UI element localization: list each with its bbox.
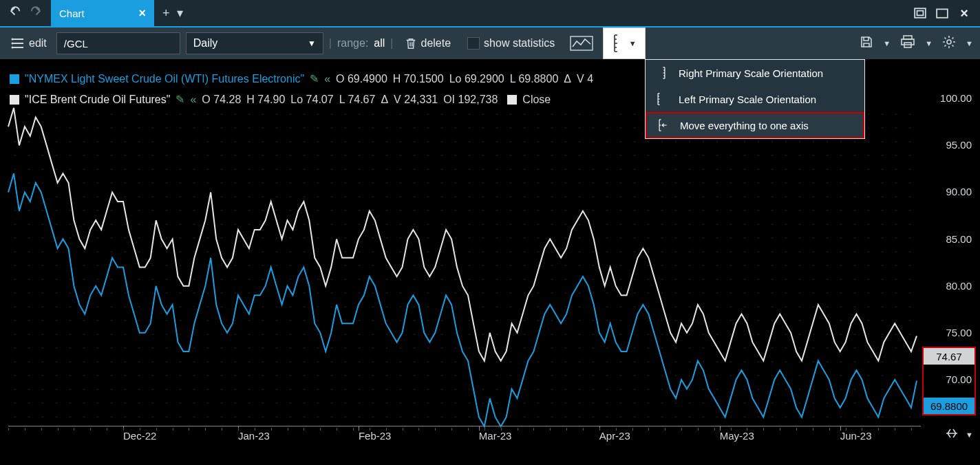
edit-button[interactable]: edit [7,34,51,53]
svg-point-3 [12,39,14,41]
y-tick-label: 90.00 [946,186,972,197]
y-tick-label: 100.00 [940,92,972,104]
symbol-input[interactable] [56,32,180,54]
add-tab-icon[interactable]: + [162,6,170,21]
delete-label: delete [421,37,451,50]
svg-rect-8 [902,39,914,45]
scale-dropdown-menu: Right Primary Scale Orientation Left Pri… [645,59,865,139]
chevron-down-icon[interactable]: ▼ [966,431,973,439]
chevron-down-icon: ▼ [308,39,316,48]
layout-icon[interactable] [914,7,926,19]
range-label: range: [337,37,368,50]
chevron-down-icon: ▼ [629,39,637,47]
svg-point-10 [947,40,951,44]
chevron-down-icon[interactable]: ▼ [883,39,891,47]
y-tick-label: 85.00 [946,233,972,245]
edit-label: edit [29,37,47,50]
range-value[interactable]: all [374,37,385,50]
menu-item-label: Right Primary Scale Orientation [679,67,823,79]
x-tick-label: Feb-23 [359,430,392,442]
menu-item-left-scale[interactable]: Left Primary Scale Orientation [646,86,864,112]
window-close-icon[interactable]: × [958,7,970,19]
y-tick-label: 75.00 [946,327,972,338]
menu-item-move-one-axis[interactable]: Move everything to one axis [646,112,864,138]
fit-axis-icon[interactable] [945,427,959,442]
menu-item-label: Move everything to one axis [680,120,809,131]
tab-chart[interactable]: Chart × [51,0,154,26]
forward-icon[interactable] [29,6,41,21]
svg-rect-2 [937,9,948,17]
close-icon[interactable]: × [138,6,146,21]
chevron-down-icon[interactable]: ▼ [925,39,933,47]
series-line [8,173,917,426]
svg-rect-1 [917,11,924,16]
maximize-icon[interactable] [936,7,948,19]
svg-point-5 [12,47,14,49]
y-tick-label: 95.00 [946,139,972,151]
scale-orientation-combo[interactable]: ▼ [603,28,646,59]
menu-item-label: Left Primary Scale Orientation [679,94,816,105]
svg-point-4 [12,43,14,45]
x-tick-label: Apr-23 [599,430,630,442]
delete-button[interactable]: delete [399,34,457,52]
menu-item-right-scale[interactable]: Right Primary Scale Orientation [646,60,864,86]
x-axis [8,426,921,426]
x-tick-label: Jan-23 [238,430,270,442]
chart-type-button[interactable] [566,33,597,54]
back-icon[interactable] [10,6,22,21]
x-tick-label: Jun-23 [840,430,872,442]
interval-combo[interactable]: Daily ▼ [186,32,323,54]
x-tick-label: Mar-23 [479,430,512,442]
svg-rect-0 [915,8,926,18]
price-tag-series1: 69.8800 [924,398,974,414]
tab-label: Chart [59,8,85,19]
save-icon[interactable] [860,35,873,52]
tab-menu-icon[interactable]: ▾ [177,6,183,21]
series-line [8,108,917,361]
print-icon[interactable] [900,35,915,52]
gear-icon[interactable] [942,35,956,52]
interval-value: Daily [193,37,218,50]
show-stats-label: show statistics [484,37,555,50]
checkbox-icon [467,37,480,50]
x-tick-label: Dec-22 [123,430,156,442]
chevron-down-icon[interactable]: ▼ [966,39,973,47]
x-tick-label: May-23 [720,430,754,442]
y-tick-label: 80.00 [946,280,972,292]
show-statistics-toggle[interactable]: show statistics [462,34,560,52]
price-tag-series2: 74.67 [924,348,974,365]
